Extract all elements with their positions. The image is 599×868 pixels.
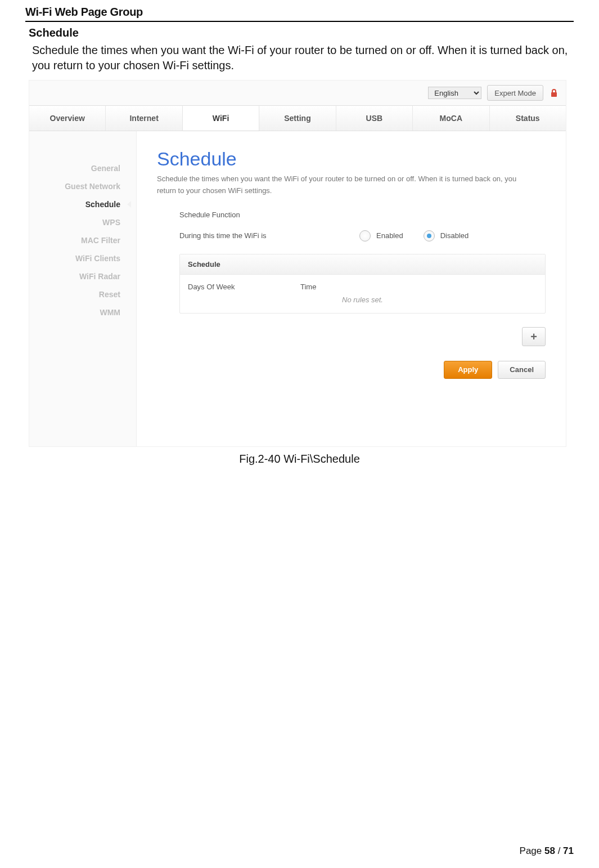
radio-dot-icon: [424, 230, 435, 241]
content-panel: Schedule Schedule the times when you wan…: [136, 131, 566, 446]
svg-rect-0: [551, 92, 557, 97]
sidebar-item-wifi-radar[interactable]: WiFi Radar: [29, 267, 130, 285]
page-footer: Page 58 / 71: [520, 845, 574, 857]
cancel-button[interactable]: Cancel: [498, 361, 546, 379]
panel-description: Schedule the times when you want the WiF…: [157, 173, 517, 197]
sidebar-item-wps[interactable]: WPS: [29, 213, 130, 231]
footer-prefix: Page: [520, 845, 544, 856]
language-select[interactable]: English: [428, 87, 481, 99]
tab-setting[interactable]: Setting: [259, 106, 336, 131]
sidebar-item-wifi-clients[interactable]: WiFi Clients: [29, 249, 130, 267]
figure-caption: Fig.2-40 Wi-Fi\Schedule: [25, 453, 574, 466]
tab-moca[interactable]: MoCA: [413, 106, 489, 131]
top-bar: English Expert Mode: [29, 80, 566, 105]
add-rule-button[interactable]: +: [522, 327, 546, 346]
section-intro: Schedule the times when you want the Wi-…: [32, 43, 571, 73]
radio-dot-icon: [359, 230, 371, 241]
sidebar-item-guest-network[interactable]: Guest Network: [29, 177, 130, 195]
sidebar-item-schedule[interactable]: Schedule: [29, 195, 130, 213]
section-title: Schedule: [29, 26, 574, 39]
main-tabs: Overview Internet WiFi Setting USB MoCA …: [29, 105, 566, 131]
wifi-state-radio-group: Enabled Disabled: [359, 230, 469, 241]
panel-title: Schedule: [157, 148, 546, 170]
sidebar-item-wmm[interactable]: WMM: [29, 303, 130, 321]
group-title: Wi-Fi Web Page Group: [25, 6, 574, 22]
schedule-table: Schedule Days Of Week Time No rules set.: [179, 254, 546, 314]
schedule-function-label: Schedule Function: [179, 211, 359, 219]
tab-usb[interactable]: USB: [336, 106, 413, 131]
tab-status[interactable]: Status: [490, 106, 566, 131]
schedule-table-header: Schedule: [180, 254, 545, 275]
tab-wifi[interactable]: WiFi: [183, 106, 259, 131]
radio-enabled-label: Enabled: [376, 231, 403, 240]
footer-current-page: 58: [544, 845, 555, 856]
during-time-label: During this time the WiFi is: [179, 231, 359, 240]
radio-disabled[interactable]: Disabled: [424, 230, 469, 241]
sidebar-item-general[interactable]: General: [29, 159, 130, 177]
sidebar-item-mac-filter[interactable]: MAC Filter: [29, 231, 130, 249]
router-ui-screenshot: English Expert Mode Overview Internet Wi…: [29, 80, 566, 447]
schedule-empty-message: No rules set.: [180, 296, 545, 313]
apply-button[interactable]: Apply: [444, 361, 492, 379]
tab-internet[interactable]: Internet: [106, 106, 182, 131]
sidebar: General Guest Network Schedule WPS MAC F…: [29, 131, 136, 446]
sidebar-item-reset[interactable]: Reset: [29, 285, 130, 303]
expert-mode-button[interactable]: Expert Mode: [487, 85, 543, 101]
lock-icon[interactable]: [549, 88, 559, 98]
footer-total-pages: 71: [563, 845, 574, 856]
tab-overview[interactable]: Overview: [29, 106, 106, 131]
radio-disabled-label: Disabled: [440, 231, 469, 240]
column-time: Time: [300, 283, 316, 291]
radio-enabled[interactable]: Enabled: [359, 230, 403, 241]
footer-sep: /: [555, 845, 563, 856]
column-days-of-week: Days Of Week: [188, 283, 300, 291]
